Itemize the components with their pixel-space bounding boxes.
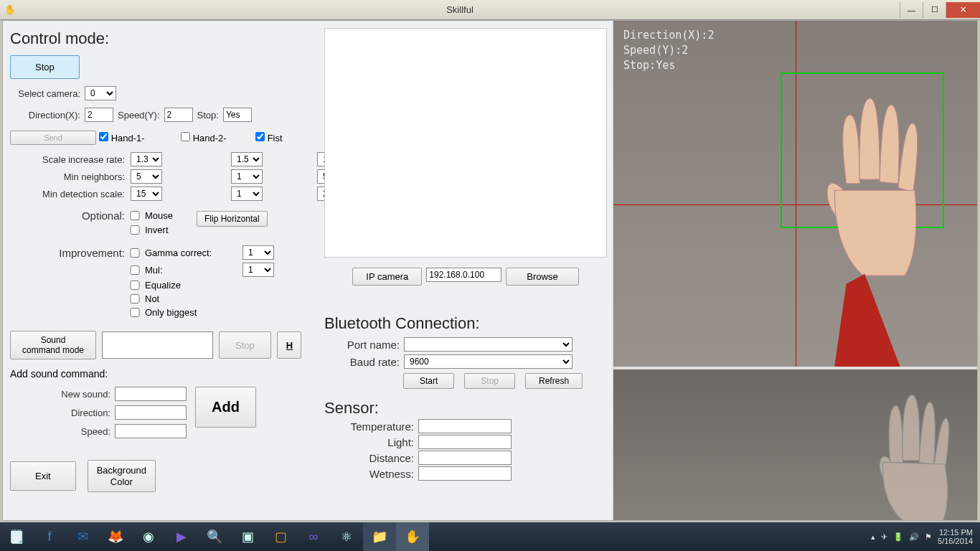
send-button[interactable]: Send <box>10 131 96 145</box>
exit-button[interactable]: Exit <box>10 461 76 491</box>
window-title: Skillful <box>20 4 900 15</box>
sound-mode-display[interactable] <box>102 331 213 359</box>
taskbar-magnify-icon[interactable]: 🔍 <box>198 522 231 551</box>
h-button[interactable]: H <box>277 331 301 359</box>
wet-input[interactable] <box>418 466 512 481</box>
mouse-checkbox[interactable] <box>129 211 141 220</box>
speed-label2: Speed: <box>10 426 110 437</box>
taskbar-outlook-icon[interactable]: ✉ <box>66 522 99 551</box>
speed-input[interactable] <box>164 108 193 122</box>
taskbar[interactable]: 🗒️ f ✉ 🦊 ◉ ▶ 🔍 ▣ ▢ ∞ ⚛ 📁 ✋ ▴ ✈ 🔋 🔊 ⚑ 12:… <box>0 522 980 551</box>
speed-label: Speed(Y): <box>118 110 160 121</box>
minn-2[interactable]: 1 <box>231 169 263 184</box>
control-panel: Control mode: Stop Select camera: 0 Dire… <box>3 21 319 520</box>
direction-label2: Direction: <box>10 408 110 418</box>
tray-battery-icon[interactable]: 🔋 <box>893 532 903 542</box>
sensor-heading: Sensor: <box>324 399 607 418</box>
improvement-label: Improvement: <box>10 247 125 259</box>
baud-label: Baud rate: <box>324 356 400 368</box>
hand2-checkbox[interactable]: Hand-2- <box>181 132 253 143</box>
equalize-checkbox[interactable] <box>129 281 141 290</box>
hand1-checkbox[interactable]: Hand-1- <box>99 132 178 143</box>
wet-label: Wetness: <box>324 468 414 480</box>
taskbar-firefox-icon[interactable]: 🦊 <box>99 522 132 551</box>
sound-command-mode-button[interactable]: Sound command mode <box>10 331 96 359</box>
dist-input[interactable] <box>418 451 512 465</box>
scale-2[interactable]: 1.5 <box>231 152 263 166</box>
hand-image <box>788 83 955 367</box>
mul-checkbox[interactable] <box>129 265 141 275</box>
taskbar-explorer-icon[interactable]: 📁 <box>363 522 396 551</box>
mind-1[interactable]: 15 <box>131 187 162 201</box>
taskbar-notes-icon[interactable]: 🗒️ <box>0 522 33 551</box>
bluetooth-heading: Bluetooth Connection: <box>324 314 607 333</box>
preview-canvas <box>324 28 607 258</box>
light-input[interactable] <box>418 435 512 449</box>
mind-2[interactable]: 1 <box>231 187 263 201</box>
system-tray[interactable]: ▴ ✈ 🔋 🔊 ⚑ 12:15 PM 5/16/2014 <box>871 528 980 545</box>
temp-input[interactable] <box>418 419 512 433</box>
background-color-button[interactable]: Background Color <box>88 460 156 492</box>
direction-input2[interactable] <box>115 405 187 420</box>
minn-label: Min neighbors: <box>10 171 125 182</box>
bt-refresh-button[interactable]: Refresh <box>525 373 583 389</box>
scale-1[interactable]: 1.3 <box>131 152 162 166</box>
taskbar-vbox-icon[interactable]: ▣ <box>231 522 264 551</box>
hand-image-sub <box>854 390 963 520</box>
tray-volume-icon[interactable]: 🔊 <box>909 532 919 542</box>
stop-input[interactable] <box>223 108 252 122</box>
port-select[interactable] <box>404 337 573 352</box>
light-label: Light: <box>324 436 414 448</box>
invert-checkbox[interactable] <box>129 225 141 235</box>
taskbar-vm-icon[interactable]: ▢ <box>264 522 297 551</box>
ip-camera-button[interactable]: IP camera <box>352 268 422 286</box>
taskbar-fb-icon[interactable]: f <box>33 522 66 551</box>
titlebar: ✋ Skillful — ☐ ✕ <box>0 0 980 20</box>
speed-input2[interactable] <box>115 424 187 438</box>
browse-button[interactable]: Browse <box>506 268 578 286</box>
scale-label: Scale increase rate: <box>10 154 125 165</box>
taskbar-media-icon[interactable]: ▶ <box>165 522 198 551</box>
only-biggest-label: Only biggest <box>145 307 238 318</box>
taskbar-hand-icon[interactable]: ✋ <box>396 522 429 551</box>
taskbar-vs-icon[interactable]: ∞ <box>297 522 330 551</box>
add-button[interactable]: Add <box>195 387 256 428</box>
direction-input[interactable] <box>85 108 113 122</box>
add-sound-heading: Add sound command: <box>10 368 311 380</box>
video-overlay-text: Direction(X):2 Speed(Y):2 Stop:Yes <box>623 28 714 73</box>
taskbar-atom-icon[interactable]: ⚛ <box>330 522 363 551</box>
close-button[interactable]: ✕ <box>946 2 980 18</box>
flip-horizontal-button[interactable]: Flip Horizontal <box>197 211 268 227</box>
bt-start-button[interactable]: Start <box>403 373 454 389</box>
gamma-checkbox[interactable] <box>129 248 141 258</box>
ip-camera-input[interactable] <box>426 268 501 282</box>
bt-stop-button[interactable]: Stop <box>464 373 515 389</box>
gamma-label: Gamma correct: <box>145 248 238 258</box>
sound-stop-button[interactable]: Stop <box>219 331 271 359</box>
gamma-select[interactable]: 1 <box>242 245 274 260</box>
dist-label: Distance: <box>324 452 414 464</box>
tray-up-icon[interactable]: ▴ <box>871 532 875 542</box>
maximize-button[interactable]: ☐ <box>923 2 946 18</box>
tray-plane-icon[interactable]: ✈ <box>881 532 887 542</box>
mul-label: Mul: <box>145 265 238 276</box>
middle-panel: IP camera Browse Bluetooth Connection: P… <box>319 21 613 520</box>
taskbar-chrome-icon[interactable]: ◉ <box>132 522 165 551</box>
control-heading: Control mode: <box>10 29 311 48</box>
not-checkbox[interactable] <box>129 294 141 303</box>
minn-1[interactable]: 5 <box>131 169 162 184</box>
tray-flag-icon[interactable]: ⚑ <box>925 532 932 542</box>
mul-select[interactable]: 1 <box>242 263 274 277</box>
stop-button[interactable]: Stop <box>10 55 80 79</box>
port-label: Port name: <box>324 339 400 351</box>
minimize-button[interactable]: — <box>900 2 923 18</box>
only-biggest-checkbox[interactable] <box>129 308 141 317</box>
video-panel: Direction(X):2 Speed(Y):2 Stop:Yes <box>613 21 977 520</box>
baud-select[interactable]: 9600 <box>404 354 573 369</box>
new-sound-label: New sound: <box>10 389 110 400</box>
mind-label: Min detection scale: <box>10 189 125 199</box>
fist-checkbox[interactable]: Fist <box>255 132 306 143</box>
tray-clock[interactable]: 12:15 PM 5/16/2014 <box>938 528 973 545</box>
camera-select[interactable]: 0 <box>85 86 116 100</box>
new-sound-input[interactable] <box>115 387 187 401</box>
